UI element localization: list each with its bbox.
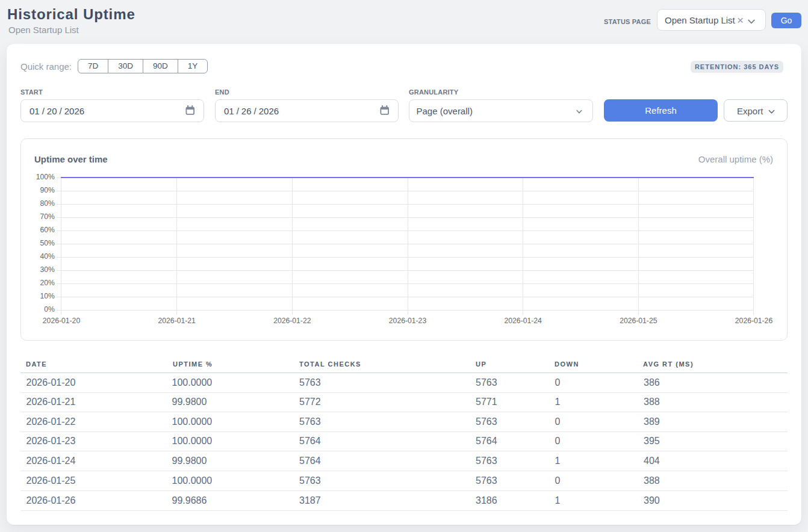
svg-text:70%: 70%: [40, 212, 55, 221]
svg-text:80%: 80%: [40, 199, 55, 208]
svg-text:50%: 50%: [40, 239, 55, 247]
svg-text:90%: 90%: [40, 186, 55, 194]
svg-text:40%: 40%: [40, 252, 55, 261]
svg-text:2026-01-24: 2026-01-24: [505, 317, 542, 325]
svg-text:2026-01-20: 2026-01-20: [43, 317, 81, 325]
svg-text:2026-01-26: 2026-01-26: [735, 317, 773, 325]
svg-text:20%: 20%: [40, 279, 55, 287]
svg-text:2026-01-21: 2026-01-21: [158, 317, 196, 325]
svg-text:10%: 10%: [40, 292, 55, 300]
svg-text:100%: 100%: [36, 173, 55, 181]
svg-text:2026-01-22: 2026-01-22: [273, 317, 311, 325]
svg-text:30%: 30%: [40, 265, 55, 274]
svg-text:2026-01-23: 2026-01-23: [389, 317, 427, 325]
svg-text:2026-01-25: 2026-01-25: [620, 317, 657, 325]
svg-text:0%: 0%: [44, 305, 55, 314]
svg-text:60%: 60%: [40, 226, 55, 234]
